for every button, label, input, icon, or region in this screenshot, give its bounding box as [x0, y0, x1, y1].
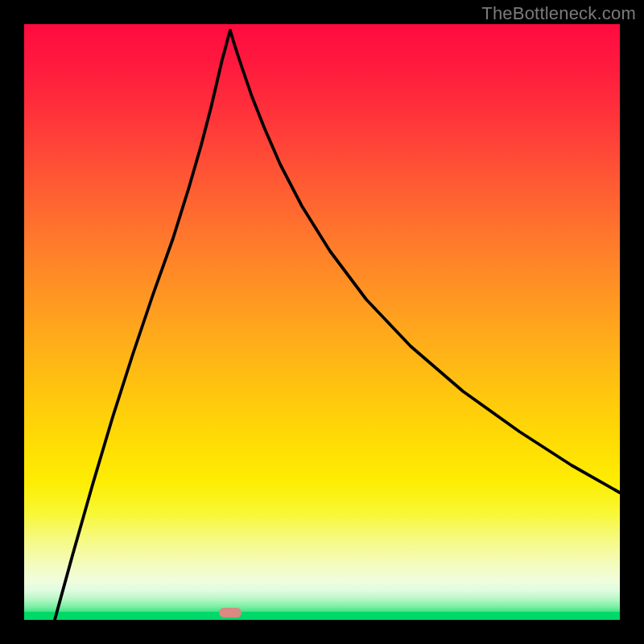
min-marker [219, 608, 242, 617]
left-branch [55, 31, 230, 620]
curve-svg [24, 24, 620, 620]
chart-frame: TheBottleneck.com [0, 0, 644, 644]
plot-area [24, 24, 620, 620]
watermark-text: TheBottleneck.com [481, 3, 636, 24]
right-branch [230, 31, 620, 493]
